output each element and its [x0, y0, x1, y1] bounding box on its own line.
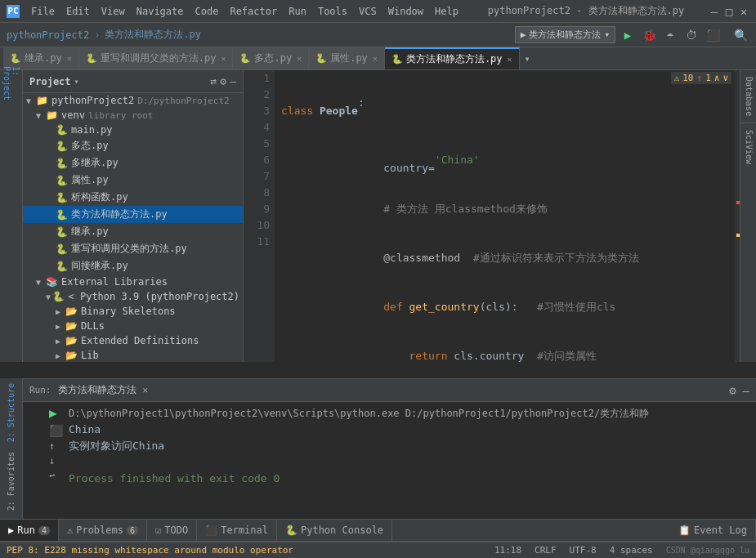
stop-run-button[interactable]: ⬛	[49, 424, 63, 437]
btab-python-console[interactable]: 🐍 Python Console	[277, 520, 392, 541]
rerun-button[interactable]: ▶	[49, 405, 63, 421]
folder-icon: 📁	[46, 109, 58, 121]
project-dropdown-icon[interactable]: ▾	[74, 77, 79, 86]
menu-refactor[interactable]: Refactor	[225, 4, 282, 19]
todo-icon: ☑	[155, 525, 161, 536]
minimize-button[interactable]: —	[709, 6, 720, 17]
tree-jianjie[interactable]: 🐍 间接继承.py	[23, 257, 243, 275]
favorites-tab[interactable]: 2: Favorites	[4, 447, 18, 516]
tree-root[interactable]: ▼ 📁 pythonProject2 D:/pythonProject2	[23, 93, 243, 108]
tab-label: 重写和调用父类的方法.py	[101, 51, 217, 65]
btab-problems[interactable]: ⚠ Problems 6	[59, 520, 147, 541]
run-config-dropdown[interactable]: ▶ 类方法和静态方法 ▾	[515, 26, 615, 43]
project-icon[interactable]: 1: Project	[2, 74, 21, 93]
menu-edit[interactable]: Edit	[61, 4, 95, 19]
tree-main-py[interactable]: 🐍 main.py	[23, 123, 243, 137]
tree-label: 间接继承.py	[71, 259, 128, 273]
window-title: pythonProject2 - 类方法和静态方法.py	[463, 4, 709, 18]
tree-jicheng-file[interactable]: 🐍 继承.py	[23, 223, 243, 240]
tree-ext-defs[interactable]: ▶ 📂 Extended Definitions	[23, 333, 243, 348]
search-button[interactable]: 🔍	[731, 26, 749, 44]
run-config-label: 类方法和静态方法	[529, 29, 601, 41]
tree-binary-skeletons[interactable]: ▶ 📂 Binary Skeletons	[23, 304, 243, 319]
line-col-indicator[interactable]: 11:18	[494, 545, 521, 556]
breadcrumb-project[interactable]: pythonProject2	[7, 29, 89, 41]
menu-view[interactable]: View	[96, 4, 130, 19]
sciview-tab[interactable]: SciView	[740, 123, 756, 171]
left-sidebar-icons: 1: Project	[0, 70, 23, 362]
crlf-indicator[interactable]: CRLF	[535, 545, 557, 556]
tree-python39[interactable]: ▼ 🐍 < Python 3.9 (pythonProject2)	[23, 289, 243, 304]
sync-icon[interactable]: ⇄	[211, 75, 217, 87]
close-run-tab-icon[interactable]: ✕	[143, 385, 149, 395]
stop-button[interactable]: ⬛	[704, 26, 722, 44]
py-file-icon: 🐍	[56, 175, 68, 186]
right-sidebar: Database SciView	[740, 70, 756, 362]
tree-duotai[interactable]: 🐍 多态.py	[23, 137, 243, 154]
tab-close-icon[interactable]: ✕	[297, 54, 302, 63]
btab-terminal[interactable]: ⬛ Terminal	[197, 520, 277, 541]
menu-tools[interactable]: Tools	[313, 4, 352, 19]
tab-classmethod[interactable]: 🐍 类方法和静态方法.py ✕	[385, 47, 520, 69]
tree-shuxing[interactable]: 🐍 属性.py	[23, 172, 243, 189]
chevron-down-icon[interactable]: ∨	[722, 73, 728, 83]
database-tab[interactable]: Database	[740, 70, 756, 123]
py-file-icon: 🐍	[56, 226, 68, 238]
tree-lib[interactable]: ▶ 📂 Lib	[23, 348, 243, 362]
indent-indicator[interactable]: 4 spaces	[610, 545, 653, 556]
tab-close-icon[interactable]: ✕	[373, 54, 378, 63]
settings-icon[interactable]: ⚙	[729, 384, 736, 397]
wrap-button[interactable]: ↩	[49, 470, 63, 481]
menu-run[interactable]: Run	[284, 4, 311, 19]
tab-close-icon[interactable]: ✕	[508, 55, 512, 64]
tree-ext-libs[interactable]: ▼ 📚 External Libraries	[23, 275, 243, 289]
breadcrumb-file[interactable]: 类方法和静态方法.py	[105, 28, 201, 42]
btab-todo[interactable]: ☑ TODO	[147, 520, 197, 541]
menu-code[interactable]: Code	[190, 4, 224, 19]
btab-event-log[interactable]: 📋 Event Log	[670, 520, 756, 541]
profile-button[interactable]: ⏱	[682, 26, 700, 44]
code-editor[interactable]: class People: country='China' # 类方法 用cla…	[275, 70, 735, 362]
tree-dlls[interactable]: ▶ 📂 DLLs	[23, 319, 243, 333]
up-button[interactable]: ↑	[49, 440, 63, 452]
tab-close-icon[interactable]: ✕	[67, 54, 72, 63]
status-bar: PEP 8: E228 missing whitespace around mo…	[0, 542, 756, 558]
hide-icon[interactable]: —	[230, 75, 236, 87]
structure-tab[interactable]: 2: Structure	[4, 378, 18, 447]
tab-close-icon[interactable]: ✕	[221, 54, 226, 63]
tree-override-file[interactable]: 🐍 重写和调用父类的方法.py	[23, 240, 243, 257]
chevron-up-icon[interactable]: ∧	[714, 73, 720, 83]
tree-duojicheng[interactable]: 🐍 多继承.py	[23, 154, 243, 172]
btab-label: Event Log	[694, 525, 747, 536]
tree-classmethod-file[interactable]: 🐍 类方法和静态方法.py	[23, 206, 243, 223]
encoding-indicator[interactable]: UTF-8	[570, 545, 597, 556]
debug-button[interactable]: 🐞	[640, 26, 658, 44]
btab-run[interactable]: ▶ Run 4	[0, 520, 59, 541]
tree-xigou[interactable]: 🐍 析构函数.py	[23, 189, 243, 206]
py-file-icon: 🐍	[56, 141, 68, 152]
run-button[interactable]: ▶	[619, 26, 637, 44]
minimize-panel-icon[interactable]: —	[743, 384, 749, 397]
code-line-2: country='China'	[281, 152, 728, 168]
maximize-button[interactable]: □	[723, 6, 735, 17]
menu-vcs[interactable]: VCS	[354, 4, 382, 19]
tab-override[interactable]: 🐍 重写和调用父类的方法.py ✕	[79, 47, 234, 69]
coverage-button[interactable]: ☂	[661, 26, 679, 44]
tree-venv[interactable]: ▼ 📁 venv library root	[23, 108, 243, 123]
tab-property[interactable]: 🐍 属性.py ✕	[309, 47, 385, 69]
menu-window[interactable]: Window	[383, 4, 428, 19]
tabs-overflow[interactable]: ▾	[520, 47, 535, 69]
btab-label: Terminal	[221, 525, 268, 536]
menu-navigate[interactable]: Navigate	[132, 4, 189, 19]
tree-label: Lib	[81, 350, 99, 361]
gear-icon[interactable]: ⚙	[220, 75, 226, 87]
menu-help[interactable]: Help	[430, 4, 463, 19]
btab-label: TODO	[164, 525, 188, 536]
editor-area: 1 2 3 4 5 6 7 8 9 10 11 class People:	[244, 70, 740, 362]
close-button[interactable]: ✕	[738, 6, 749, 17]
tab-polymorphism[interactable]: 🐍 多态.py ✕	[233, 47, 309, 69]
menu-file[interactable]: File	[26, 4, 60, 19]
down-button[interactable]: ↓	[49, 455, 63, 466]
status-warning: PEP 8: E228 missing whitespace around mo…	[7, 545, 293, 556]
project-tree: ▼ 📁 pythonProject2 D:/pythonProject2 ▼ 📁…	[23, 93, 243, 362]
